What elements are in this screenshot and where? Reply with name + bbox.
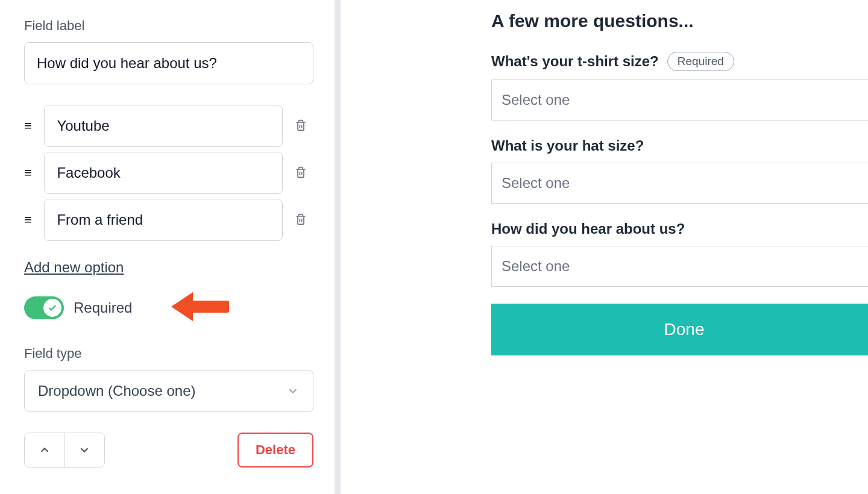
- annotation-arrow-icon: [169, 287, 229, 328]
- reorder-buttons: [24, 433, 105, 467]
- check-icon: [48, 303, 57, 313]
- field-type-heading: Field type: [24, 346, 310, 361]
- drag-handle-icon[interactable]: ≡: [24, 166, 36, 180]
- preview-field: What is your hat size? Select one: [491, 137, 868, 204]
- option-row: ≡: [24, 152, 310, 194]
- select-placeholder: Select one: [502, 175, 570, 192]
- options-list: ≡ ≡ ≡: [24, 105, 310, 241]
- trash-icon: [295, 166, 307, 179]
- field-type-select[interactable]: Dropdown (Choose one): [24, 370, 313, 412]
- option-row: ≡: [24, 199, 310, 241]
- delete-field-button[interactable]: Delete: [237, 433, 313, 467]
- preview-field-label: What's your t-shirt size?: [491, 53, 659, 70]
- required-badge: Required: [667, 52, 734, 71]
- editor-footer: Delete: [24, 433, 313, 467]
- delete-option-button[interactable]: [291, 209, 310, 231]
- editor-panel: Field label ≡ ≡ ≡: [0, 0, 341, 494]
- select-placeholder: Select one: [502, 92, 570, 108]
- field-type-value: Dropdown (Choose one): [38, 383, 195, 399]
- field-label-input[interactable]: [24, 42, 313, 84]
- add-option-link[interactable]: Add new option: [24, 259, 124, 276]
- preview-panel: A few more questions... What's your t-sh…: [341, 0, 868, 494]
- toggle-knob: [43, 299, 61, 317]
- done-button[interactable]: Done: [491, 304, 868, 355]
- preview-heading: A few more questions...: [491, 11, 868, 31]
- select-placeholder: Select one: [502, 258, 570, 275]
- preview-field-label: How did you hear about us?: [491, 220, 685, 237]
- preview-field: What's your t-shirt size? Required Selec…: [491, 52, 868, 120]
- required-toggle[interactable]: [24, 296, 64, 319]
- chevron-down-icon: [286, 384, 300, 398]
- option-input[interactable]: [44, 152, 283, 194]
- trash-icon: [295, 213, 307, 226]
- trash-icon: [295, 119, 307, 132]
- drag-handle-icon[interactable]: ≡: [24, 213, 36, 227]
- required-toggle-row: Required: [24, 296, 310, 319]
- option-row: ≡: [24, 105, 310, 147]
- preview-field-label: What is your hat size?: [491, 137, 644, 154]
- option-input[interactable]: [44, 105, 283, 147]
- chevron-down-icon: [78, 443, 91, 457]
- preview-select[interactable]: Select one: [491, 80, 868, 120]
- option-input[interactable]: [44, 199, 283, 241]
- delete-option-button[interactable]: [291, 115, 310, 137]
- field-type-block: Field type Dropdown (Choose one): [24, 346, 310, 412]
- delete-option-button[interactable]: [291, 162, 310, 184]
- drag-handle-icon[interactable]: ≡: [24, 119, 36, 133]
- required-toggle-label: Required: [74, 299, 132, 316]
- move-down-button[interactable]: [64, 433, 104, 467]
- preview-select[interactable]: Select one: [491, 246, 868, 287]
- chevron-up-icon: [38, 443, 51, 457]
- move-up-button[interactable]: [25, 433, 64, 467]
- preview-select[interactable]: Select one: [491, 163, 868, 204]
- preview-field: How did you hear about us? Select one: [491, 220, 868, 287]
- field-label-heading: Field label: [24, 18, 310, 34]
